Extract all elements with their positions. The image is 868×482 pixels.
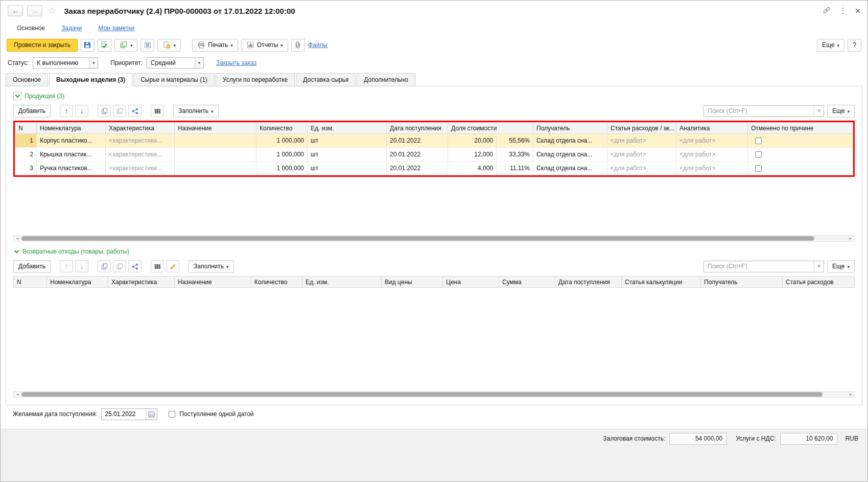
print-button[interactable]: Печать <box>192 39 238 52</box>
barcode-button[interactable] <box>151 260 164 272</box>
files-link[interactable]: Файлы <box>308 41 327 49</box>
products-section-header[interactable]: Продукция (3) <box>13 90 855 102</box>
copy-rows-button[interactable] <box>98 260 111 272</box>
cell-purpose[interactable] <box>175 134 256 148</box>
table-row[interactable]: 1 Корпус пластико... <характеристики... … <box>15 134 853 148</box>
cell-cancelled[interactable] <box>748 134 853 148</box>
nav-item-notes[interactable]: Мои заметки <box>98 25 134 32</box>
waste-more-button[interactable]: Еще <box>827 260 855 273</box>
cell-n[interactable]: 2 <box>15 148 37 162</box>
move-up-button[interactable] <box>60 260 73 272</box>
cancelled-checkbox[interactable] <box>755 165 762 172</box>
cell-nomenclature[interactable]: Ручка пластиков... <box>37 162 106 175</box>
products-horizontal-scrollbar[interactable] <box>13 235 855 242</box>
clear-search-icon[interactable] <box>814 261 824 272</box>
cell-characteristic[interactable]: <характеристики... <box>106 162 175 175</box>
back-button[interactable] <box>8 5 23 16</box>
search-input[interactable] <box>704 106 814 117</box>
scroll-right-arrow[interactable] <box>847 236 854 241</box>
post-document-button[interactable] <box>98 39 111 52</box>
add-row-button[interactable]: Добавить <box>13 260 51 273</box>
cancelled-checkbox[interactable] <box>755 137 762 144</box>
tab-output-products[interactable]: Выходные изделия (3) <box>49 73 132 86</box>
link-icon[interactable] <box>823 6 831 16</box>
cell-purpose[interactable] <box>175 148 256 162</box>
collapse-chevron-icon[interactable] <box>13 92 21 100</box>
forward-button[interactable] <box>27 5 42 16</box>
cell-receiver[interactable]: Склад отдела сна... <box>533 162 607 175</box>
favorite-star-icon[interactable] <box>48 5 56 16</box>
cell-expense-item[interactable]: <для работ> <box>607 148 676 162</box>
cell-nomenclature[interactable]: Крышка пластик... <box>37 148 106 162</box>
cell-receiver[interactable]: Склад отдела сна... <box>533 148 607 162</box>
cell-quantity[interactable]: 1 000,000 <box>256 134 308 148</box>
tab-main[interactable]: Основное <box>6 73 48 86</box>
close-icon[interactable] <box>855 6 860 16</box>
cell-quantity[interactable]: 1 000,000 <box>256 162 308 175</box>
cell-cost-share[interactable]: 12,000 <box>448 148 497 162</box>
cell-cost-share[interactable]: 20,000 <box>448 134 497 148</box>
barcode-button[interactable] <box>151 105 164 117</box>
save-button[interactable] <box>81 39 95 52</box>
more-menu-icon[interactable] <box>839 6 847 15</box>
structure-button[interactable] <box>128 105 142 117</box>
tab-raw-delivery[interactable]: Доставка сырья <box>296 73 356 86</box>
cell-receiver[interactable]: Склад отдела сна... <box>533 134 607 148</box>
cell-receipt-date[interactable]: 20.01.2022 <box>387 162 448 175</box>
priority-select[interactable]: Средний <box>147 57 204 68</box>
paste-rows-button[interactable] <box>113 105 126 117</box>
structure-button[interactable] <box>128 260 142 272</box>
cell-analytics[interactable]: <для работ> <box>676 134 748 148</box>
cell-cancelled[interactable] <box>748 148 853 162</box>
help-button[interactable]: ? <box>848 39 861 52</box>
desired-date-input[interactable] <box>102 410 146 418</box>
cell-unit[interactable]: шт <box>308 162 387 175</box>
cell-cost-share-pct[interactable]: 11,11% <box>497 162 533 175</box>
fill-button[interactable]: Заполнить <box>173 105 218 118</box>
cell-receipt-date[interactable]: 20.01.2022 <box>387 148 448 162</box>
cell-cost-share-pct[interactable]: 55,56% <box>497 134 533 148</box>
collapse-chevron-icon[interactable] <box>14 248 19 253</box>
status-select[interactable]: К выполнению <box>33 57 98 68</box>
attachments-button[interactable] <box>291 39 305 52</box>
copy-dropdown-button[interactable] <box>114 39 138 52</box>
products-more-button[interactable]: Еще <box>827 105 855 118</box>
fill-button[interactable]: Заполнить <box>189 260 233 273</box>
table-row[interactable]: 2 Крышка пластик... <характеристики... 1… <box>15 148 853 162</box>
edit-button[interactable] <box>166 260 179 272</box>
reports-button[interactable]: Отчеты <box>241 39 288 52</box>
cell-n[interactable]: 3 <box>15 162 37 175</box>
move-up-button[interactable] <box>60 105 73 117</box>
cell-cost-share-pct[interactable]: 33,33% <box>497 148 533 162</box>
move-down-button[interactable] <box>75 105 88 117</box>
cell-analytics[interactable]: <для работ> <box>676 162 748 175</box>
close-order-link[interactable]: Закрыть заказ <box>216 59 256 66</box>
move-down-button[interactable] <box>75 260 88 272</box>
post-and-close-button[interactable]: Провести и закрыть <box>7 39 78 52</box>
tab-raw-materials[interactable]: Сырье и материалы (1) <box>133 73 215 86</box>
pledge-value[interactable]: 54 000,00 <box>669 433 726 445</box>
cell-purpose[interactable] <box>175 162 256 175</box>
cell-cancelled[interactable] <box>748 162 853 175</box>
add-row-button[interactable]: Добавить <box>13 105 51 118</box>
waste-horizontal-scrollbar[interactable] <box>13 391 855 398</box>
tab-processing-services[interactable]: Услуги по переработке <box>216 73 295 86</box>
waste-section-header[interactable]: Возвратные отходы (товары, работы) <box>13 246 855 257</box>
table-row[interactable]: 3 Ручка пластиков... <характеристики... … <box>15 162 853 175</box>
nav-item-main[interactable]: Основное <box>17 25 45 32</box>
cancelled-checkbox[interactable] <box>755 151 762 158</box>
cell-nomenclature[interactable]: Корпус пластико... <box>37 134 106 148</box>
scrollbar-thumb[interactable] <box>21 392 823 397</box>
scroll-left-arrow[interactable] <box>14 236 21 241</box>
clear-search-icon[interactable] <box>814 106 824 117</box>
vat-value[interactable]: 10 620,00 <box>780 433 837 445</box>
cell-quantity[interactable]: 1 000,000 <box>256 148 308 162</box>
cell-unit[interactable]: шт <box>308 134 387 148</box>
cell-receipt-date[interactable]: 20.01.2022 <box>387 134 448 148</box>
cell-expense-item[interactable]: <для работ> <box>607 162 676 175</box>
cell-cost-share[interactable]: 4,000 <box>448 162 497 175</box>
cell-unit[interactable]: шт <box>308 148 387 162</box>
paste-rows-button[interactable] <box>113 260 126 272</box>
cell-characteristic[interactable]: <характеристики... <box>106 148 175 162</box>
scroll-left-arrow[interactable] <box>14 392 21 397</box>
